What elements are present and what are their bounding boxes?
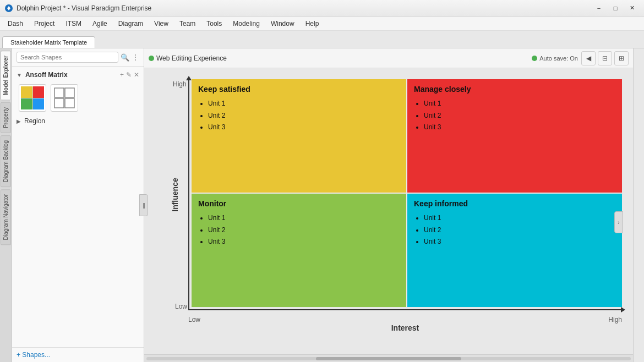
app-title: Dolphin Project * - Visual Paradigm Ente…	[17, 4, 588, 12]
menu-team[interactable]: Team	[174, 19, 201, 29]
list-item: Unit 3	[208, 122, 400, 134]
web-editing-label: Web Editing Experience	[156, 54, 227, 62]
cell-manage-closely[interactable]: Manage closely Unit 1 Unit 2 Unit 3	[407, 79, 622, 193]
matrix-container: Influence High Low Interest Low High	[155, 74, 622, 338]
list-item: Unit 2	[424, 110, 615, 122]
search-button[interactable]: 🔍	[121, 53, 129, 62]
window-controls: − □ ✕	[591, 3, 640, 14]
app-icon	[4, 4, 13, 13]
main-layout: Model Explorer Property Diagram Backlog …	[0, 48, 644, 362]
close-button[interactable]: ✕	[624, 3, 640, 14]
x-axis-low: Low	[188, 316, 200, 323]
canvas-scrollbar	[144, 354, 633, 362]
cell-keep-satisfied-list: Unit 1 Unit 2 Unit 3	[198, 98, 400, 134]
auto-save-label: Auto save: On	[539, 55, 578, 62]
y-axis-low: Low	[175, 303, 187, 310]
toolbar-icons: ◀ ⊟ ⊞	[581, 51, 629, 65]
green-dot-icon	[149, 56, 154, 61]
list-item: Unit 2	[424, 224, 615, 237]
menu-tools[interactable]: Tools	[201, 19, 227, 29]
diagram-wrapper: Influence High Low Interest Low High	[155, 74, 622, 338]
region-collapse-icon: ▶	[17, 118, 21, 124]
toolbar-icon-2[interactable]: ⊟	[598, 51, 612, 65]
menubar: Dash Project ITSM Agile Diagram View Tea…	[0, 17, 644, 31]
shape-items	[12, 81, 144, 115]
cell-monitor-list: Unit 1 Unit 2 Unit 3	[198, 212, 400, 248]
titlebar: Dolphin Project * - Visual Paradigm Ente…	[0, 0, 644, 17]
cell-monitor[interactable]: Monitor Unit 1 Unit 2 Unit 3	[192, 194, 406, 307]
ansoff-preview	[21, 86, 44, 109]
y-axis-label: Influence	[171, 178, 179, 211]
right-expand-handle[interactable]: ›	[614, 211, 623, 233]
menu-dash[interactable]: Dash	[2, 19, 29, 29]
canvas-content[interactable]: Influence High Low Interest Low High	[144, 68, 633, 354]
cell-monitor-title: Monitor	[198, 199, 400, 208]
list-item: Unit 2	[208, 224, 400, 237]
scrollbar-thumb[interactable]	[316, 357, 461, 360]
list-item: Unit 2	[208, 110, 400, 122]
panel-menu-button[interactable]: ⋮	[132, 53, 139, 62]
auto-save-badge: Auto save: On	[532, 55, 578, 62]
ansoff-matrix-section: ▼ Ansoff Matrix + ✎ ✕	[12, 69, 144, 115]
ansoff-matrix-label: Ansoff Matrix	[25, 71, 68, 79]
maximize-button[interactable]: □	[608, 3, 623, 14]
region-section[interactable]: ▶ Region	[12, 115, 144, 127]
cell-keep-informed[interactable]: Keep informed Unit 1 Unit 2 Unit 3	[407, 194, 622, 307]
svg-rect-2	[65, 88, 74, 97]
toolbar-icon-3[interactable]: ⊞	[614, 51, 629, 65]
cell-manage-closely-title: Manage closely	[414, 85, 615, 94]
collapse-icon: ▼	[17, 72, 22, 78]
ansoff-cell-green	[21, 98, 32, 110]
vtab-model-explorer[interactable]: Model Explorer	[1, 51, 11, 100]
menu-window[interactable]: Window	[265, 19, 300, 29]
add-icon[interactable]: +	[120, 71, 124, 79]
list-item: Unit 1	[424, 98, 615, 110]
menu-modeling[interactable]: Modeling	[227, 19, 265, 29]
ansoff-cell-blue	[33, 98, 45, 110]
x-axis-high: High	[608, 316, 622, 323]
menu-diagram[interactable]: Diagram	[113, 19, 149, 29]
shape-item-grid[interactable]	[51, 84, 78, 112]
auto-save-dot	[532, 56, 537, 61]
vtab-property[interactable]: Property	[1, 102, 11, 133]
minimize-button[interactable]: −	[591, 3, 607, 14]
ansoff-matrix-header[interactable]: ▼ Ansoff Matrix + ✎ ✕	[12, 69, 144, 81]
list-item: Unit 3	[424, 122, 615, 134]
search-input[interactable]	[17, 52, 118, 63]
matrix-chart: Influence High Low Interest Low High	[188, 79, 622, 310]
tab-stakeholder-matrix[interactable]: Stakeholder Matrix Template	[2, 36, 95, 48]
menu-help[interactable]: Help	[300, 19, 325, 29]
left-side-tabs: Model Explorer Property Diagram Backlog …	[0, 48, 12, 362]
list-item: Unit 3	[424, 236, 615, 248]
svg-rect-4	[65, 98, 74, 108]
panel-content: ▼ Ansoff Matrix + ✎ ✕	[12, 67, 144, 347]
list-item: Unit 3	[208, 236, 400, 248]
menu-itsm[interactable]: ITSM	[60, 19, 87, 29]
web-editing-badge: Web Editing Experience	[149, 54, 227, 62]
region-label: Region	[24, 117, 45, 125]
right-panel	[633, 48, 644, 362]
grid-icon	[53, 87, 75, 109]
menu-view[interactable]: View	[149, 19, 174, 29]
shape-item-colored-grid[interactable]	[19, 84, 46, 112]
scrollbar-track[interactable]	[146, 357, 631, 360]
cell-keep-satisfied[interactable]: Keep satisfied Unit 1 Unit 2 Unit 3	[192, 79, 406, 193]
vtab-diagram-navigator[interactable]: Diagram Navigator	[1, 189, 11, 245]
add-shapes-label: + Shapes...	[17, 351, 50, 359]
canvas-area: Web Editing Experience Auto save: On ◀ ⊟…	[144, 48, 633, 362]
menu-agile[interactable]: Agile	[87, 19, 113, 29]
collapse-handle[interactable]: ‖	[139, 194, 148, 216]
delete-icon[interactable]: ✕	[134, 71, 139, 79]
edit-icon[interactable]: ✎	[126, 71, 132, 79]
search-bar: 🔍 ⋮	[12, 48, 144, 67]
add-shapes-button[interactable]: + Shapes...	[17, 351, 50, 359]
tabbar: Stakeholder Matrix Template	[0, 31, 644, 48]
ansoff-cell-red	[33, 86, 45, 98]
toolbar-icon-1[interactable]: ◀	[581, 51, 596, 65]
list-item: Unit 1	[208, 212, 400, 224]
menu-project[interactable]: Project	[29, 19, 60, 29]
ansoff-cell-yellow	[21, 86, 32, 98]
canvas-toolbar: Web Editing Experience Auto save: On ◀ ⊟…	[144, 48, 633, 68]
y-axis-arrow	[188, 79, 189, 310]
vtab-diagram-backlog[interactable]: Diagram Backlog	[1, 135, 11, 187]
